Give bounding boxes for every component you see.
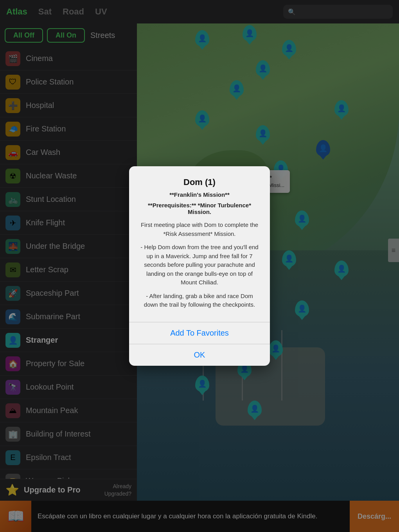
modal-paragraph-2: - Help Dom down from the tree and you'll… [138, 243, 261, 287]
modal-paragraph-1: First meeting place with Dom to complete… [138, 221, 261, 238]
modal-paragraph-3: - After landing, grab a bike and race Do… [138, 292, 261, 309]
modal-subtitle: **Franklin's Mission** [138, 191, 261, 198]
modal-dialog: Dom (1) **Franklin's Mission** **Prerequ… [129, 166, 270, 366]
add-to-favorites-button[interactable]: Add To Favorites [129, 322, 270, 344]
ok-button[interactable]: OK [129, 344, 270, 366]
modal-overlay[interactable]: Dom (1) **Franklin's Mission** **Prerequ… [0, 0, 399, 532]
modal-body: Dom (1) **Franklin's Mission** **Prerequ… [129, 166, 270, 322]
modal-title: Dom (1) [138, 177, 261, 187]
modal-prereq: **Prerequisites:** *Minor Turbulence* Mi… [138, 202, 261, 215]
